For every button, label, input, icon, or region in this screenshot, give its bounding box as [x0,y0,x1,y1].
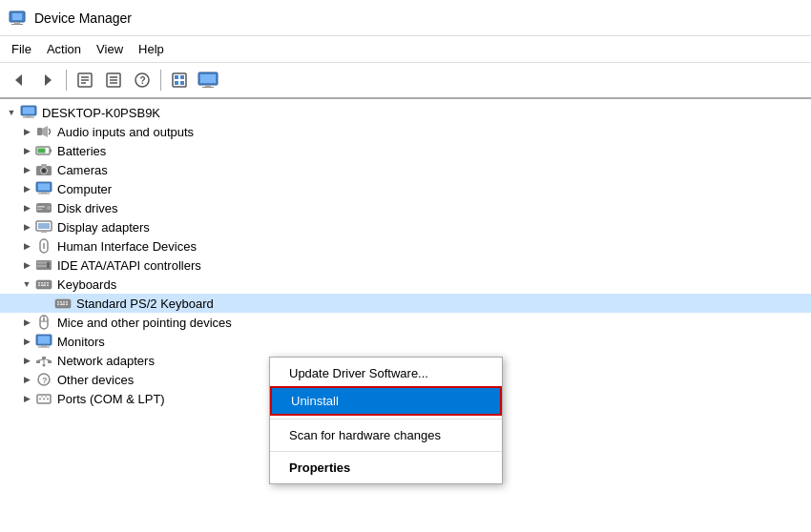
menu-file[interactable]: File [4,39,39,59]
toolbar: ? [0,63,811,99]
svg-rect-69 [57,304,59,306]
svg-rect-33 [50,149,52,153]
title-bar-text: Device Manager [34,10,132,26]
svg-rect-61 [38,285,40,287]
forward-button[interactable] [34,67,61,93]
tree-monitors[interactable]: ▶ Monitors [0,332,811,351]
tree-batteries[interactable]: ▶ Batteries [0,141,811,160]
context-menu: Update Driver Software... Uninstall Scan… [269,357,503,484]
expand-display[interactable]: ▶ [19,219,34,235]
menu-help[interactable]: Help [131,39,172,59]
svg-rect-71 [66,304,68,306]
main-content: ▼ DESKTOP-K0PSB9K ▶ Audio [0,99,811,532]
svg-rect-32 [38,149,46,153]
expand-batteries[interactable]: ▶ [19,143,34,158]
expand-ide[interactable]: ▶ [19,257,34,273]
tree-mice[interactable]: ▶ Mice and other pointing devices [0,313,811,332]
expand-root[interactable]: ▼ [4,105,19,120]
computer-icon [19,105,38,120]
driver-button[interactable] [100,67,127,93]
tree-display[interactable]: ▶ Display adapters [0,217,811,236]
tree-computer[interactable]: ▶ Computer [0,179,811,198]
svg-rect-66 [60,301,62,303]
svg-rect-82 [48,360,52,363]
tree-hid[interactable]: ▶ Human Interface Devices [0,236,811,256]
svg-rect-60 [47,282,49,284]
uninstall-item[interactable]: Uninstall [270,386,502,416]
ctx-separator-1 [270,419,502,419]
computer-device-icon [34,181,53,196]
root-label: DESKTOP-K0PSB9K [42,106,160,120]
audio-label: Audio inputs and outputs [57,125,194,139]
title-bar: Device Manager [0,0,811,36]
monitor-button[interactable] [195,67,221,93]
svg-rect-18 [180,75,184,79]
svg-rect-62 [41,285,46,287]
cameras-label: Cameras [57,163,108,177]
expand-mice[interactable]: ▶ [19,315,34,330]
menu-action[interactable]: Action [39,39,89,59]
keyboard-icon [34,276,53,292]
tree-audio[interactable]: ▶ Audio inputs and outputs [0,122,811,141]
svg-rect-77 [38,337,50,344]
expand-disk[interactable]: ▶ [19,200,34,215]
tree-keyboards[interactable]: ▼ Keyboards [0,275,811,294]
keyboards-label: Keyboards [57,277,116,292]
ports-icon [34,391,53,406]
tree-ide[interactable]: ▶ IDE ATA/ATAPI controllers [0,256,811,275]
ide-icon [34,257,53,273]
svg-point-93 [41,396,43,398]
svg-rect-17 [175,75,178,79]
expand-cameras[interactable]: ▶ [19,162,34,177]
svg-rect-27 [26,115,31,117]
scan-hardware-item[interactable]: Scan for hardware changes [270,422,502,448]
properties-item[interactable]: Properties [270,455,502,481]
svg-rect-63 [47,285,49,287]
ports-label: Ports (COM & LPT) [57,392,165,406]
view-button[interactable] [166,67,193,93]
help-button[interactable]: ? [129,67,156,93]
properties-button[interactable] [72,67,98,93]
toolbar-separator-2 [160,70,161,91]
svg-point-91 [43,399,45,400]
update-driver-item[interactable]: Update Driver Software... [270,360,502,386]
tree-cameras[interactable]: ▶ Cameras [0,160,811,179]
svg-rect-2 [14,22,20,24]
disk-label: Disk drives [57,201,118,215]
hid-label: Human Interface Devices [57,239,197,254]
expand-ports[interactable]: ▶ [19,391,34,406]
svg-rect-70 [60,304,65,306]
expand-monitors[interactable]: ▶ [19,334,34,349]
svg-text:?: ? [140,75,146,86]
svg-rect-19 [175,81,178,85]
camera-icon [34,162,53,177]
display-label: Display adapters [57,220,150,235]
battery-icon [34,143,53,158]
expand-hid[interactable]: ▶ [19,238,34,254]
svg-rect-3 [11,24,23,25]
svg-rect-37 [41,164,47,167]
tree-disk[interactable]: ▶ Disk drives [0,198,811,217]
batteries-label: Batteries [57,144,106,158]
expand-computer[interactable]: ▶ [19,181,34,196]
disk-icon [34,200,53,215]
ctx-separator-2 [270,451,502,452]
menu-view[interactable]: View [89,39,131,59]
toolbar-separator-1 [66,70,67,91]
audio-icon [34,124,53,139]
svg-point-36 [43,170,46,173]
expand-audio[interactable]: ▶ [19,124,34,139]
svg-rect-41 [38,194,50,194]
svg-rect-78 [41,345,47,347]
svg-point-94 [45,396,47,398]
expand-other[interactable]: ▶ [19,372,34,387]
expand-keyboards[interactable]: ▼ [19,276,34,292]
svg-marker-30 [42,126,48,137]
svg-marker-4 [15,74,22,86]
tree-root[interactable]: ▼ DESKTOP-K0PSB9K [0,103,811,122]
tree-ps2-keyboard[interactable]: Standard PS/2 Keyboard [0,294,811,313]
back-button[interactable] [6,67,32,93]
svg-rect-48 [41,231,47,233]
svg-rect-45 [37,209,42,210]
expand-network[interactable]: ▶ [19,353,34,368]
